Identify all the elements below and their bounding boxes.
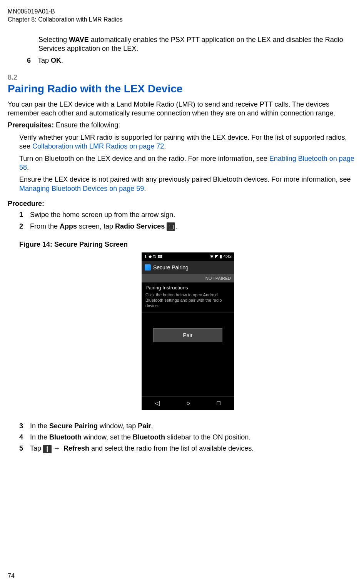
pair-label: Pair <box>138 422 151 430</box>
step-text: In the Secure Pairing window, tap Pair. <box>30 422 356 431</box>
step-text: Tap OK. <box>38 56 356 65</box>
text: window, tap <box>98 422 138 430</box>
nav-recent-icon[interactable]: □ <box>217 399 221 408</box>
link-managing-bluetooth[interactable]: Managing Bluetooth Devices on page 59 <box>19 185 144 192</box>
document-header: MN005019A01-B Chapter 8: Collaboration w… <box>8 8 356 24</box>
text: . <box>144 185 146 192</box>
procedure-step-5: 5 Tap → Refresh and select the radio fro… <box>19 444 356 453</box>
prereq-item-1: Verify whether your LMR radio is support… <box>8 133 356 151</box>
step-number: 2 <box>19 222 30 231</box>
procedure-step-4: 4 In the Bluetooth window, set the Bluet… <box>19 433 356 442</box>
procedure-list: 1 Swipe the home screen up from the arro… <box>8 210 356 453</box>
prerequisites-line: Prerequisites: Ensure the following: <box>8 121 356 130</box>
text: In the <box>30 433 49 441</box>
step-6: 6 Tap OK. <box>27 56 356 65</box>
statusbar-left-icons: ⬇ ◆ ⇅ ☎ <box>144 254 163 259</box>
procedure-step-2: 2 From the Apps screen, tap Radio Servic… <box>19 222 356 231</box>
step-number: 5 <box>19 444 30 453</box>
prereq-label: Prerequisites: <box>8 121 54 129</box>
nav-back-icon[interactable]: ◁ <box>155 399 160 408</box>
text: . <box>164 142 166 150</box>
bluetooth-label: Bluetooth <box>49 433 82 441</box>
paired-status: NOT PAIRED <box>142 274 234 282</box>
radio-services-label: Radio Services <box>115 222 165 230</box>
text: Selecting <box>38 36 69 43</box>
text: . <box>151 422 153 430</box>
step-text: Tap → Refresh and select the radio from … <box>30 444 356 453</box>
section-title: Pairing Radio with the LEX Device <box>8 82 356 96</box>
step-number: 6 <box>27 56 38 65</box>
doc-id: MN005019A01-B <box>8 8 356 16</box>
step-text: Swipe the home screen up from the arrow … <box>30 210 356 219</box>
phone-statusbar: ⬇ ◆ ⇅ ☎ ✱ ◤ ▮ 4:42 <box>142 252 234 261</box>
text: . <box>61 57 63 64</box>
step-number: 1 <box>19 210 30 219</box>
section-description: You can pair the LEX device with a Land … <box>8 100 356 118</box>
prereq-item-3: Ensure the LEX device is not paired with… <box>8 175 356 193</box>
figure-container: ⬇ ◆ ⇅ ☎ ✱ ◤ ▮ 4:42 Secure Pairing NOT PA… <box>19 252 356 410</box>
prereq-item-2: Turn on Bluetooth on the LEX device and … <box>8 154 356 172</box>
text: In the <box>30 422 49 430</box>
phone-navbar: ◁ ○ □ <box>142 396 234 410</box>
phone-title: Secure Pairing <box>153 264 189 271</box>
section-number: 8.2 <box>8 73 356 82</box>
pair-button-wrap: Pair <box>142 313 234 357</box>
signal-icon: ◤ <box>215 254 218 259</box>
overflow-menu-icon <box>43 445 52 453</box>
pairing-instructions-block: Pairing Instructions Click the button be… <box>142 282 234 313</box>
text: window, set the <box>82 433 133 441</box>
step-number: 4 <box>19 433 30 442</box>
figure-caption: Figure 14: Secure Pairing Screen <box>19 240 356 249</box>
body-content: Selecting WAVE automatically enables the… <box>8 35 356 65</box>
text: Tap <box>30 444 43 452</box>
link-collaboration-lmr[interactable]: Collaboration with LMR Radios on page 72 <box>32 142 164 150</box>
clock-time: 4:42 <box>224 254 232 259</box>
step-number: 3 <box>19 422 30 431</box>
text: Turn on Bluetooth on the LEX device and … <box>19 155 269 162</box>
text: screen, tap <box>77 222 115 230</box>
text: . <box>175 222 177 230</box>
step-text: In the Bluetooth window, set the Bluetoo… <box>30 433 356 442</box>
page-number: 74 <box>8 572 15 580</box>
statusbar-right: ✱ ◤ ▮ 4:42 <box>210 254 232 259</box>
refresh-label: Refresh <box>63 444 89 452</box>
procedure-step-1: 1 Swipe the home screen up from the arro… <box>19 210 356 219</box>
battery-icon: ▮ <box>220 254 222 259</box>
intro-paragraph: Selecting WAVE automatically enables the… <box>27 35 356 53</box>
radio-services-icon <box>167 222 175 231</box>
secure-pairing-app-icon <box>145 264 151 271</box>
nav-home-icon[interactable]: ○ <box>186 399 190 408</box>
instructions-text: Click the button below to open Android B… <box>145 292 230 309</box>
secure-pairing-label: Secure Pairing <box>49 422 98 430</box>
bluetooth-icon: ✱ <box>210 254 214 259</box>
ok-label: OK <box>51 57 61 64</box>
procedure-label: Procedure: <box>8 199 356 208</box>
text: and select the radio from the list of av… <box>89 444 254 452</box>
chapter-title: Chapter 8: Collaboration with LMR Radios <box>8 16 356 24</box>
bluetooth-label-2: Bluetooth <box>133 433 165 441</box>
phone-screenshot: ⬇ ◆ ⇅ ☎ ✱ ◤ ▮ 4:42 Secure Pairing NOT PA… <box>142 252 234 410</box>
wave-label: WAVE <box>69 36 89 43</box>
arrow-icon: → <box>53 444 60 452</box>
pair-button[interactable]: Pair <box>153 328 222 342</box>
text: slidebar to the ON position. <box>165 433 250 441</box>
text: Tap <box>38 57 51 64</box>
instructions-title: Pairing Instructions <box>145 285 230 291</box>
text: Ensure the following: <box>54 121 120 129</box>
text: . <box>27 164 29 171</box>
text: Ensure the LEX device is not paired with… <box>19 175 351 183</box>
text: From the <box>30 222 60 230</box>
procedure-step-3: 3 In the Secure Pairing window, tap Pair… <box>19 422 356 431</box>
step-text: From the Apps screen, tap Radio Services… <box>30 222 356 231</box>
apps-label: Apps <box>60 222 77 230</box>
phone-titlebar: Secure Pairing <box>142 261 234 274</box>
